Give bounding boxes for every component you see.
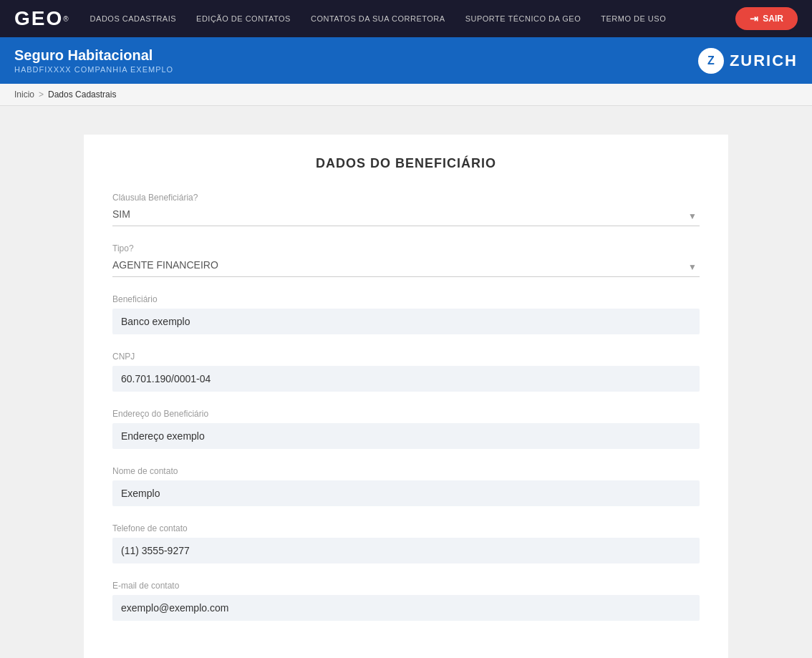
nome-contato-label: Nome de contato bbox=[112, 466, 700, 476]
logo-reg: ® bbox=[63, 15, 68, 23]
section-title: DADOS DO BENEFICIÁRIO bbox=[112, 156, 700, 171]
page-wrapper: DADOS DO BENEFICIÁRIO Cláusula Beneficiá… bbox=[0, 106, 812, 658]
nav-links: DADOS CADASTRAIS EDIÇÃO DE CONTATOS CONT… bbox=[90, 14, 736, 23]
sair-button[interactable]: ⇥ SAIR bbox=[735, 7, 798, 30]
nav-termo-uso[interactable]: TERMO DE USO bbox=[601, 14, 666, 23]
beneficiario-label: Beneficiário bbox=[112, 294, 700, 304]
cnpj-input[interactable] bbox=[112, 366, 700, 392]
geo-logo: GEO® bbox=[14, 7, 69, 30]
tipo-select[interactable]: AGENTE FINANCEIRO OUTROS bbox=[112, 258, 700, 272]
zurich-text: ZURICH bbox=[730, 52, 798, 70]
zurich-logo: Z ZURICH bbox=[698, 48, 798, 74]
tipo-label: Tipo? bbox=[112, 243, 700, 253]
logout-icon: ⇥ bbox=[750, 13, 758, 24]
telefone-group: Telefone de contato bbox=[112, 523, 700, 563]
email-label: E-mail de contato bbox=[112, 581, 700, 591]
nav-edicao-contatos[interactable]: EDIÇÃO DE CONTATOS bbox=[196, 14, 291, 23]
breadcrumb-inicio[interactable]: Inicio bbox=[14, 89, 34, 100]
nome-contato-input[interactable] bbox=[112, 480, 700, 506]
breadcrumb: Inicio > Dados Cadastrais bbox=[0, 84, 812, 106]
tipo-group: Tipo? AGENTE FINANCEIRO OUTROS ▼ bbox=[112, 243, 700, 277]
cnpj-group: CNPJ bbox=[112, 352, 700, 392]
cnpj-label: CNPJ bbox=[112, 352, 700, 362]
tipo-select-wrapper: AGENTE FINANCEIRO OUTROS ▼ bbox=[112, 258, 700, 277]
banner-info: Seguro Habitacional HABDFIXXXX COMPANHIA… bbox=[14, 47, 173, 74]
banner-subtitle: HABDFIXXXX COMPANHIA EXEMPLO bbox=[14, 65, 173, 74]
banner-title: Seguro Habitacional bbox=[14, 47, 173, 64]
nome-contato-group: Nome de contato bbox=[112, 466, 700, 506]
beneficiario-input[interactable] bbox=[112, 309, 700, 334]
email-group: E-mail de contato bbox=[112, 581, 700, 621]
logo-container: GEO® bbox=[14, 7, 69, 30]
main-content-card: DADOS DO BENEFICIÁRIO Cláusula Beneficiá… bbox=[84, 135, 728, 658]
endereco-label: Endereço do Beneficiário bbox=[112, 409, 700, 419]
nav-contatos-corretora[interactable]: CONTATOS DA SUA CORRETORA bbox=[311, 14, 445, 23]
blue-banner: Seguro Habitacional HABDFIXXXX COMPANHIA… bbox=[0, 37, 812, 84]
breadcrumb-separator: > bbox=[39, 89, 44, 100]
nav-suporte-tecnico[interactable]: SUPORTE TÉCNICO DA GEO bbox=[465, 14, 581, 23]
breadcrumb-current: Dados Cadastrais bbox=[48, 89, 116, 100]
email-input[interactable] bbox=[112, 595, 700, 621]
endereco-group: Endereço do Beneficiário bbox=[112, 409, 700, 449]
nav-dados-cadastrais[interactable]: DADOS CADASTRAIS bbox=[90, 14, 176, 23]
telefone-label: Telefone de contato bbox=[112, 523, 700, 533]
clausula-label: Cláusula Beneficiária? bbox=[112, 193, 700, 203]
navbar: GEO® DADOS CADASTRAIS EDIÇÃO DE CONTATOS… bbox=[0, 0, 812, 37]
clausula-select-wrapper: SIM NÃO ▼ bbox=[112, 207, 700, 226]
telefone-input[interactable] bbox=[112, 538, 700, 563]
clausula-group: Cláusula Beneficiária? SIM NÃO ▼ bbox=[112, 193, 700, 226]
beneficiario-group: Beneficiário bbox=[112, 294, 700, 334]
zurich-icon: Z bbox=[698, 48, 724, 74]
endereco-input[interactable] bbox=[112, 423, 700, 449]
logo-text: GEO bbox=[14, 7, 63, 30]
sair-label: SAIR bbox=[763, 14, 783, 24]
clausula-select[interactable]: SIM NÃO bbox=[112, 207, 700, 221]
